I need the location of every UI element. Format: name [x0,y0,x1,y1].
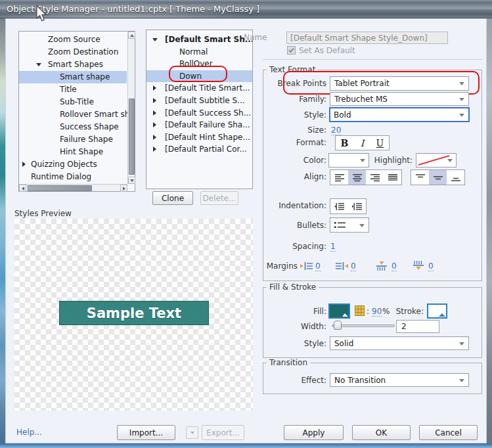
family-value: Trebuchet MS [334,95,388,104]
horizontal-scroll-thumb[interactable] [28,185,92,191]
tree-item-label: Smart shape [19,71,110,83]
size-value-link[interactable]: 20 [331,125,341,135]
underline-button[interactable]: U [371,136,389,150]
collapse-arrow-icon[interactable] [36,63,41,66]
style-item-default-success[interactable]: [Default Success Sh... [146,107,252,120]
help-link[interactable]: Help... [16,428,42,437]
scroll-left-button[interactable] [19,185,26,192]
fill-color-swatch[interactable] [328,303,350,319]
align-bottom-button[interactable] [447,170,464,185]
scroll-up-button[interactable] [128,32,135,39]
margin-left-value[interactable]: 0 [315,261,321,271]
font-style-dropdown[interactable]: Bold [329,107,470,122]
style-item-label: [Default Hint Shape... [146,131,250,144]
align-right-button[interactable] [366,170,384,185]
margin-top-value[interactable]: 0 [391,261,397,271]
delete-button[interactable]: Delete... [200,191,238,205]
style-item-label: [Default Success Sh... [146,107,251,120]
object-style-manager-dialog: Object Style Manager - untitled1.cptx [ … [0,0,492,448]
margin-right-icon[interactable] [335,261,348,271]
italic-button[interactable]: I [353,136,371,150]
apply-button[interactable]: Apply [284,425,344,440]
style-item-default-hint[interactable]: [Default Hint Shape... [146,131,252,144]
style-item-default-smart-shape[interactable]: [Default Smart Sh... [146,34,252,46]
vertical-scroll-thumb[interactable] [129,99,135,175]
expand-arrow-icon[interactable] [153,135,156,140]
expand-arrow-icon[interactable] [153,85,156,91]
align-center-button[interactable] [348,170,366,185]
spacing-value-link[interactable]: 1 [330,242,336,252]
highlight-color-picker[interactable] [416,153,457,168]
decrease-indent-button[interactable] [330,199,348,213]
style-item-default-title-smart[interactable]: [Default Title Smart... [146,82,252,95]
tree-item-runtime-dialog[interactable]: Runtime Dialog [19,171,135,183]
tree-item-label: Title [19,83,77,96]
align-justify-button[interactable] [384,170,401,185]
bullets-dropdown[interactable] [330,217,369,233]
import-button[interactable]: Import... [117,425,175,440]
align-left-button[interactable] [330,170,348,185]
tree-vertical-scrollbar[interactable] [127,32,135,184]
spacing-label: Spacing: [267,242,326,251]
expand-arrow-icon[interactable] [153,146,156,152]
underline-label: U [376,138,384,148]
stroke-color-swatch[interactable] [427,303,447,319]
effect-dropdown[interactable]: No Transition [330,373,469,387]
scroll-down-button[interactable] [128,177,135,184]
style-item-default-subtitle[interactable]: [Default Subtitle S... [146,95,252,107]
expand-arrow-icon[interactable] [153,110,156,116]
stroke-width-input[interactable]: 2 [396,320,439,333]
style-item-down-selected[interactable]: Down [146,70,252,83]
scroll-right-button[interactable] [120,185,127,192]
collapse-arrow-icon[interactable] [152,38,158,41]
bold-button[interactable]: B [336,136,353,150]
style-item-rollover[interactable]: RollOver [146,58,252,70]
tree-item-label: Smart Shapes [19,58,103,71]
margin-left-icon[interactable] [300,261,313,271]
effect-label: Effect: [267,376,326,385]
gradient-fill-icon[interactable] [355,305,365,316]
cancel-button[interactable]: Cancel [419,425,478,440]
tree-item-failure-shape[interactable]: Failure Shape [19,133,135,146]
increase-indent-button[interactable] [348,199,366,213]
margin-top-icon[interactable] [376,260,388,271]
clone-button[interactable]: Clone [152,191,193,205]
align-middle-button[interactable] [429,170,447,185]
margin-right-value[interactable]: 0 [351,261,356,271]
tree-item-smart-shapes[interactable]: Smart Shapes [19,58,135,71]
style-item-default-partial[interactable]: [Default Partial Cor... [146,143,252,156]
vertical-align-group [411,169,465,185]
tree-item-sub-title[interactable]: Sub-Title [19,96,135,108]
family-label: Family: [267,95,326,104]
tree-item-smart-shape-selected[interactable]: Smart shape [19,71,127,83]
tree-item-zoom-destination[interactable]: Zoom Destination [19,46,135,58]
export-button[interactable]: Export... [202,425,244,440]
margin-bottom-icon[interactable] [413,260,424,271]
tree-item-success-shape[interactable]: Success Shape [19,121,135,133]
style-item-default-failure[interactable]: [Default Failure Sha... [146,119,252,131]
style-item-normal[interactable]: Normal [146,46,252,58]
ok-button[interactable]: OK [352,425,411,440]
tree-item-label: Zoom Source [19,34,101,46]
family-dropdown[interactable]: Trebuchet MS [330,92,469,106]
tree-item-rollover-smart-shape[interactable]: Rollover Smart shap [19,108,135,121]
tree-item-quizzing-objects[interactable]: Quizzing Objects [19,158,135,171]
tree-item-zoom-source[interactable]: Zoom Source [19,34,135,46]
margin-bottom-value[interactable]: 0 [428,261,434,271]
tree-item-hint-shape[interactable]: Hint Shape [19,146,135,158]
expand-arrow-icon[interactable] [153,122,156,127]
bullet-list-icon [334,221,347,229]
expand-arrow-icon[interactable] [22,162,26,167]
stroke-style-dropdown[interactable]: Solid [330,336,469,350]
break-points-dropdown[interactable]: Tablet Portrait [330,76,469,91]
tree-horizontal-scrollbar[interactable] [19,184,127,191]
export-options-button[interactable] [186,426,198,439]
slider-thumb[interactable] [334,321,342,330]
expand-arrow-icon[interactable] [153,98,156,103]
tree-item-title[interactable]: Title [19,83,135,96]
cancel-button-label: Cancel [435,428,462,437]
title-bar[interactable]: Object Style Manager - untitled1.cptx [ … [0,0,492,18]
set-as-default-checkbox[interactable] [287,46,296,55]
dropdown-arrow-icon [359,224,365,227]
align-top-button[interactable] [411,170,429,185]
